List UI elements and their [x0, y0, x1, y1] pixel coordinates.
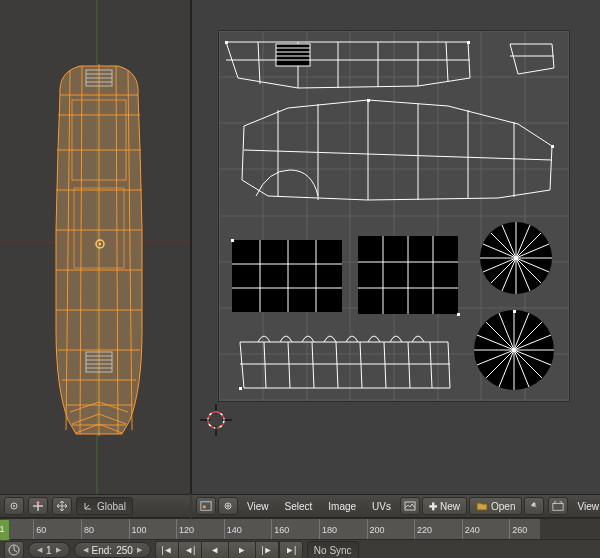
- origin-gizmo-icon: [94, 238, 106, 250]
- 2d-cursor-icon: [198, 402, 234, 438]
- timeline-tick: 260: [509, 519, 527, 539]
- timeline-controls: ◀1▶ ◀End: 250▶ |◄ ◄| ◄ ► |► ►| No Sync: [0, 540, 600, 558]
- end-label: End:: [92, 545, 113, 556]
- timeline-tick: 60: [33, 519, 46, 539]
- current-frame-value: 1: [46, 545, 52, 556]
- svg-point-123: [13, 505, 15, 507]
- timeline-tick: 240: [462, 519, 480, 539]
- collapse-menus-icon[interactable]: [218, 497, 238, 515]
- menu-view[interactable]: View: [240, 497, 276, 515]
- menu-image[interactable]: Image: [321, 497, 363, 515]
- svg-point-116: [208, 412, 224, 428]
- timeline-tick: 180: [319, 519, 337, 539]
- timeline-tick: 220: [414, 519, 432, 539]
- jump-start-button[interactable]: |◄: [155, 541, 179, 558]
- end-value: 250: [116, 545, 133, 556]
- image-browse-dropdown[interactable]: [400, 497, 420, 515]
- viewport-row: [0, 0, 600, 494]
- current-frame-field[interactable]: ◀1▶: [28, 542, 70, 558]
- keyframe-next-button[interactable]: |►: [256, 541, 279, 558]
- uv-editor-header: View Select Image UVs ✚New Open View: [192, 494, 600, 518]
- timeline-tick: 160: [271, 519, 289, 539]
- timeline-tick: 80: [81, 519, 94, 539]
- transform-orientation-dropdown[interactable]: Global: [76, 497, 133, 515]
- sync-mode-dropdown[interactable]: No Sync: [307, 541, 359, 558]
- new-image-button[interactable]: ✚New: [422, 497, 467, 515]
- pivot-point-dropdown[interactable]: [4, 497, 24, 515]
- timeline-tick: 100: [129, 519, 147, 539]
- timeline-tick: 140: [224, 519, 242, 539]
- menu-uvs[interactable]: UVs: [365, 497, 398, 515]
- timeline-tick: 120: [176, 519, 194, 539]
- timeline-ruler[interactable]: 1 6080100120140160180200220240260: [0, 518, 600, 540]
- svg-point-30: [99, 243, 101, 245]
- svg-rect-128: [553, 503, 563, 510]
- uv-image-editor[interactable]: [192, 0, 600, 494]
- end-frame-field[interactable]: ◀End: 250▶: [74, 542, 151, 558]
- app-root: Global View Select Image UVs ✚New Open: [0, 0, 600, 558]
- orientation-label: Global: [97, 501, 126, 512]
- timeline-post-end-region: [540, 519, 600, 539]
- menu-select[interactable]: Select: [278, 497, 320, 515]
- editor-type-dropdown-2[interactable]: [548, 497, 568, 515]
- jump-end-button[interactable]: ►|: [279, 541, 303, 558]
- 3d-view-header: Global: [0, 494, 190, 518]
- keyframe-prev-button[interactable]: ◄|: [179, 541, 202, 558]
- open-image-button[interactable]: Open: [469, 497, 522, 515]
- open-label: Open: [491, 501, 515, 512]
- manipulator-toggle[interactable]: [28, 497, 48, 515]
- sync-label: No Sync: [314, 545, 352, 556]
- timeline-editor-icon[interactable]: [4, 541, 24, 558]
- uv-grid-backdrop: [218, 30, 570, 402]
- editor-type-dropdown[interactable]: [196, 497, 216, 515]
- 3d-viewport[interactable]: [0, 0, 192, 494]
- play-reverse-button[interactable]: ◄: [202, 541, 229, 558]
- playback-buttons: |◄ ◄| ◄ ► |► ►|: [155, 541, 303, 558]
- manipulator-translate-icon[interactable]: [52, 497, 72, 515]
- timeline-area: 1 6080100120140160180200220240260 ◀1▶ ◀E…: [0, 518, 600, 558]
- pin-image-button[interactable]: [524, 497, 544, 515]
- svg-rect-124: [201, 502, 211, 511]
- menu-view-2[interactable]: View: [570, 497, 600, 515]
- timeline-tick: 200: [367, 519, 385, 539]
- folder-open-icon: [476, 501, 488, 511]
- play-button[interactable]: ►: [229, 541, 256, 558]
- svg-point-125: [203, 505, 206, 508]
- timeline-playhead[interactable]: 1: [0, 519, 10, 541]
- new-label: New: [440, 501, 460, 512]
